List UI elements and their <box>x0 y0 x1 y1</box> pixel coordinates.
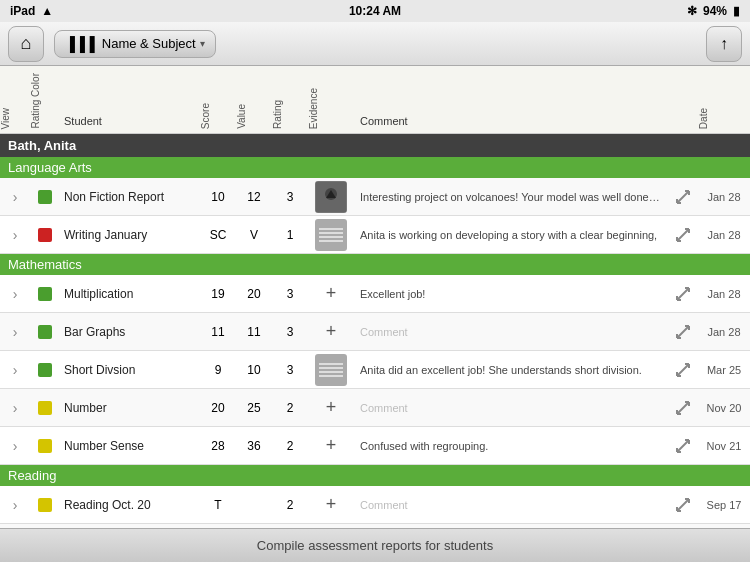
col-header-value: Value <box>236 102 272 129</box>
value-cell: 36 <box>236 439 272 453</box>
evidence-doc <box>315 219 347 251</box>
score-cell: T <box>200 498 236 512</box>
score-cell: 28 <box>200 439 236 453</box>
toolbar: ⌂ ▐▐▐ Name & Subject ▾ ↑ <box>0 22 750 66</box>
plus-icon: + <box>326 283 337 304</box>
date-cell: Nov 21 <box>698 440 750 452</box>
evidence-cell[interactable]: + <box>308 435 354 456</box>
rating-color-cell <box>30 498 60 512</box>
home-button[interactable]: ⌂ <box>8 26 44 62</box>
status-right: ✻ 94% ▮ <box>687 4 740 18</box>
status-left: iPad ▲ <box>10 4 53 18</box>
date-cell: Jan 28 <box>698 191 750 203</box>
table-row: ›Short Divsion9103Anita did an excellent… <box>0 351 750 389</box>
table-row: ›Number Sense28362+Confused with regroup… <box>0 427 750 465</box>
chevron-right-icon[interactable]: › <box>0 189 30 205</box>
svg-line-33 <box>677 440 689 452</box>
score-cell: SC <box>200 228 236 242</box>
rating-cell: 2 <box>272 498 308 512</box>
rating-cell: 3 <box>272 190 308 204</box>
svg-line-18 <box>677 326 689 338</box>
chevron-right-icon[interactable]: › <box>0 324 30 340</box>
sort-label: Name & Subject <box>102 36 196 51</box>
chevron-right-icon[interactable]: › <box>0 286 30 302</box>
svg-line-23 <box>677 364 689 376</box>
expand-button[interactable] <box>668 324 698 340</box>
evidence-cell[interactable]: + <box>308 283 354 304</box>
expand-button[interactable] <box>668 497 698 513</box>
status-time: 10:24 AM <box>349 4 401 18</box>
value-cell: 10 <box>236 363 272 377</box>
expand-button[interactable] <box>668 400 698 416</box>
evidence-cell[interactable] <box>308 354 354 386</box>
table-row: ›Number20252+CommentNov 20 <box>0 389 750 427</box>
assignment-name: Reading Oct. 20 <box>60 498 200 512</box>
chevron-right-icon[interactable]: › <box>0 497 30 513</box>
col-header-score: Score <box>200 101 236 129</box>
rating-color-cell <box>30 325 60 339</box>
rating-cell: 3 <box>272 363 308 377</box>
score-cell: 11 <box>200 325 236 339</box>
comment-cell: Comment <box>354 402 668 414</box>
expand-button[interactable] <box>668 189 698 205</box>
col-header-comment: Comment <box>354 115 698 129</box>
chevron-right-icon[interactable]: › <box>0 362 30 378</box>
svg-line-8 <box>677 229 689 241</box>
section-subject-1: Mathematics <box>0 254 750 275</box>
evidence-thumbnail <box>315 181 347 213</box>
share-button[interactable]: ↑ <box>706 26 742 62</box>
evidence-doc <box>315 354 347 386</box>
battery-label: 94% <box>703 4 727 18</box>
expand-button[interactable] <box>668 362 698 378</box>
chevron-right-icon[interactable]: › <box>0 227 30 243</box>
evidence-cell[interactable]: + <box>308 397 354 418</box>
table-row: ›Multiplication19203+Excellent job!Jan 2… <box>0 275 750 313</box>
plus-icon: + <box>326 435 337 456</box>
value-cell: 11 <box>236 325 272 339</box>
rating-color-cell <box>30 287 60 301</box>
col-header-student: Student <box>60 115 200 129</box>
rating-cell: 3 <box>272 325 308 339</box>
assignment-name: Writing January <box>60 228 200 242</box>
comment-cell: Comment <box>354 499 668 511</box>
sort-button[interactable]: ▐▐▐ Name & Subject ▾ <box>54 30 216 58</box>
plus-icon: + <box>326 494 337 515</box>
assignment-name: Multiplication <box>60 287 200 301</box>
rating-cell: 3 <box>272 287 308 301</box>
comment-cell: Interesting project on volcanoes! Your m… <box>354 191 668 203</box>
comment-cell: Excellent job! <box>354 288 668 300</box>
evidence-cell[interactable] <box>308 181 354 213</box>
chevron-right-icon[interactable]: › <box>0 438 30 454</box>
ipad-label: iPad <box>10 4 35 18</box>
expand-button[interactable] <box>668 227 698 243</box>
evidence-cell[interactable]: + <box>308 494 354 515</box>
rating-cell: 2 <box>272 439 308 453</box>
score-cell: 9 <box>200 363 236 377</box>
home-icon: ⌂ <box>21 33 32 54</box>
bottom-bar: Compile assessment reports for students <box>0 528 750 562</box>
chevron-right-icon[interactable]: › <box>0 400 30 416</box>
bar-chart-icon: ▐▐▐ <box>65 36 95 52</box>
date-cell: Jan 28 <box>698 288 750 300</box>
rating-color-cell <box>30 401 60 415</box>
evidence-cell[interactable]: + <box>308 321 354 342</box>
bottom-label: Compile assessment reports for students <box>257 538 493 553</box>
rating-cell: 1 <box>272 228 308 242</box>
date-cell: Nov 20 <box>698 402 750 414</box>
col-header-rating-color: Rating Color <box>30 71 60 129</box>
col-header-rating: Rating <box>272 98 308 129</box>
score-cell: 20 <box>200 401 236 415</box>
expand-button[interactable] <box>668 438 698 454</box>
value-cell: 20 <box>236 287 272 301</box>
date-cell: Jan 28 <box>698 229 750 241</box>
comment-cell: Anita did an excellent job! She understa… <box>354 364 668 376</box>
student-name: Bath, Anita <box>8 138 76 153</box>
svg-line-3 <box>677 191 689 203</box>
comment-cell: Comment <box>354 326 668 338</box>
evidence-cell[interactable] <box>308 219 354 251</box>
expand-button[interactable] <box>668 286 698 302</box>
table-row: ›Writing JanuarySCV1Anita is working on … <box>0 216 750 254</box>
value-cell: 25 <box>236 401 272 415</box>
date-cell: Sep 17 <box>698 499 750 511</box>
table-container: View Rating Color Student Score Value Ra… <box>0 66 750 528</box>
